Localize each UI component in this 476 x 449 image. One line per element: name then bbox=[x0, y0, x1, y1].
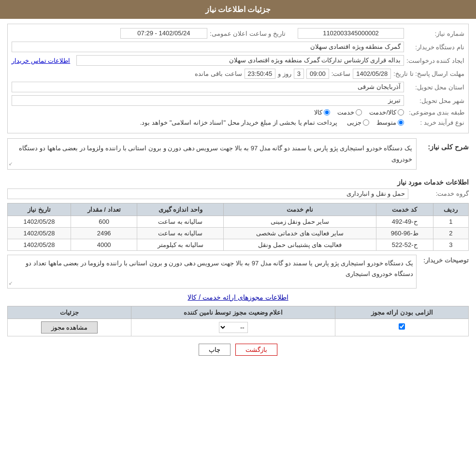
service-row-num: 3 bbox=[433, 239, 468, 250]
action-row: بازگشت چاپ bbox=[7, 344, 469, 356]
purchase-type-row: نوع فرآیند خرید : متوسط جزیی پرداخت تمام… bbox=[12, 119, 464, 126]
page-title: جزئیات اطلاعات نیاز bbox=[205, 5, 271, 14]
need-number-label: شماره نیاز: bbox=[406, 30, 464, 37]
buyer-notes-label: توصیحات خریدار: bbox=[420, 255, 469, 264]
back-button[interactable]: بازگشت bbox=[235, 344, 277, 356]
deadline-days-label: روز و bbox=[278, 70, 291, 77]
service-group-row: گروه خدمت: حمل و نقل و انبارداری bbox=[7, 188, 469, 199]
city-label: شهر محل تحویل: bbox=[406, 97, 464, 104]
service-table-row: 1 ح-49-492 سایر حمل ونقل زمینی سالیانه ب… bbox=[8, 216, 469, 227]
service-name: سایر فعالیت های خدماتی شخصی bbox=[224, 227, 376, 239]
announce-value: 1402/05/24 - 07:29 bbox=[120, 28, 207, 39]
main-content: شماره نیاز: 1102003345000002 تاریخ و ساع… bbox=[0, 19, 476, 368]
permit-row: -- مشاهده مجوز bbox=[8, 319, 469, 336]
permit-status-dropdown[interactable]: -- bbox=[219, 322, 248, 333]
purchase-type-radio-motavaset[interactable] bbox=[398, 119, 404, 126]
category-option-kala-khadamat[interactable]: کالا/خدمت bbox=[369, 109, 404, 116]
purchase-type-label-motavaset: متوسط bbox=[376, 119, 396, 126]
service-code: ح-52-522 bbox=[376, 239, 433, 250]
permit-details-cell: مشاهده مجوز bbox=[8, 319, 131, 336]
col-header-unit: واحد اندازه گیری bbox=[137, 203, 224, 216]
category-radio-kala[interactable] bbox=[324, 109, 330, 116]
service-date: 1402/05/28 bbox=[8, 239, 71, 250]
resize-icon-2: ↙ bbox=[9, 279, 13, 287]
category-option-kala[interactable]: کالا bbox=[314, 109, 330, 116]
permit-required-checkbox[interactable] bbox=[399, 323, 405, 330]
service-unit: سالیانه به کیلومتر bbox=[137, 239, 224, 250]
service-unit: سالیانه به ساعت bbox=[137, 216, 224, 227]
deadline-remaining-label: ساعت باقی مانده bbox=[195, 70, 242, 77]
announce-label: تاریخ و ساعت اعلان عمومی: bbox=[210, 30, 286, 37]
contact-link[interactable]: اطلاعات تماس خریدار bbox=[12, 57, 70, 64]
buyer-notes-box: یک دستگاه خودرو استیجاری پژو پارس یا سمن… bbox=[7, 255, 417, 289]
service-date: 1402/05/28 bbox=[8, 216, 71, 227]
resize-icon: ↙ bbox=[9, 159, 13, 168]
purchase-type-option-motavaset[interactable]: متوسط bbox=[376, 119, 404, 126]
category-label: طبقه بندی موضوعی: bbox=[406, 109, 464, 116]
need-number-row: شماره نیاز: 1102003345000002 تاریخ و ساع… bbox=[12, 28, 464, 39]
creator-value: بداله قراری کارشناس تدارکات گمرک منطقه و… bbox=[76, 55, 404, 66]
creator-row: ایجاد کننده درخواست: بداله قراری کارشناس… bbox=[12, 55, 464, 66]
purchase-type-radio-jozii[interactable] bbox=[363, 119, 369, 126]
service-unit: سالیانه به ساعت bbox=[137, 227, 224, 239]
buyer-notes-section: توصیحات خریدار: یک دستگاه خودرو استیجاری… bbox=[7, 255, 469, 289]
service-code: ح-49-492 bbox=[376, 216, 433, 227]
category-option-khadamat[interactable]: خدمت bbox=[337, 109, 362, 116]
service-row-num: 1 bbox=[433, 216, 468, 227]
service-code: ط-96-960 bbox=[376, 227, 433, 239]
buyer-notes-text: یک دستگاه خودرو استیجاری پژو پارس یا سمن… bbox=[26, 260, 413, 277]
col-header-name: نام خدمت bbox=[224, 203, 376, 216]
col-header-code: کد خدمت bbox=[376, 203, 433, 216]
need-description-text: یک دستگاه خودرو استیجاری پژو پارس یا سمن… bbox=[19, 145, 412, 163]
deadline-row: مهلت ارسال پاسخ: تا تاریخ: 1402/05/28 سا… bbox=[12, 69, 464, 79]
service-qty: 2496 bbox=[71, 227, 137, 239]
service-table-row: 2 ط-96-960 سایر فعالیت های خدماتی شخصی س… bbox=[8, 227, 469, 239]
col-header-date: تاریخ نیاز bbox=[8, 203, 71, 216]
purchase-type-option-jozii[interactable]: جزیی bbox=[347, 119, 369, 126]
service-table-row: 3 ح-52-522 فعالیت های پشتیبانی حمل ونقل … bbox=[8, 239, 469, 250]
service-date: 1402/05/28 bbox=[8, 227, 71, 239]
deadline-days: 3 bbox=[294, 69, 304, 79]
purchase-type-label-jozii: جزیی bbox=[347, 119, 361, 126]
service-name: فعالیت های پشتیبانی حمل ونقل bbox=[224, 239, 376, 250]
col-header-row: ردیف bbox=[433, 203, 468, 216]
buyer-row: نام دستگاه خریدار: گمرک منطقه ویژه اقتصا… bbox=[12, 42, 464, 52]
need-description-section: شرح کلی نیاز: یک دستگاه خودرو استیجاری پ… bbox=[7, 138, 469, 174]
permits-table: الزامی بودن ارائه مجوز اعلام وضعیت مجوز … bbox=[7, 306, 469, 336]
page-header: جزئیات اطلاعات نیاز bbox=[0, 0, 476, 19]
service-group-value: حمل و نقل و انبارداری bbox=[7, 188, 408, 199]
service-qty: 4000 bbox=[71, 239, 137, 250]
purchase-type-radio-group: متوسط جزیی bbox=[347, 119, 404, 126]
deadline-label: مهلت ارسال پاسخ: تا تاریخ: bbox=[393, 70, 464, 77]
service-name: سایر حمل ونقل زمینی bbox=[224, 216, 376, 227]
city-row: شهر محل تحویل: تبریز bbox=[12, 95, 464, 106]
province-label: استان محل تحویل: bbox=[406, 84, 464, 91]
category-radio-group: کالا/خدمت خدمت کالا bbox=[314, 109, 404, 116]
col-header-required: الزامی بودن ارائه مجوز bbox=[335, 306, 469, 319]
buyer-value: گمرک منطقه ویژه اقتصادی سهلان bbox=[12, 42, 404, 52]
category-row: طبقه بندی موضوعی: کالا/خدمت خدمت کالا bbox=[12, 109, 464, 116]
print-button[interactable]: چاپ bbox=[199, 344, 231, 356]
category-label-kala-khadamat: کالا/خدمت bbox=[369, 109, 396, 116]
permits-section-title[interactable]: اطلاعات مجوزهای ارائه خدمت / کالا bbox=[7, 293, 469, 301]
category-label-khadamat: خدمت bbox=[337, 109, 354, 116]
permit-required-cell bbox=[335, 319, 469, 336]
category-radio-khadamat[interactable] bbox=[356, 109, 362, 116]
purchase-type-label: نوع فرآیند خرید : bbox=[406, 119, 464, 126]
category-label-kala: کالا bbox=[314, 109, 322, 116]
category-radio-kala-khadamat[interactable] bbox=[398, 109, 404, 116]
province-value: آذربایجان شرقی bbox=[12, 82, 404, 92]
service-row-num: 2 bbox=[433, 227, 468, 239]
services-table: ردیف کد خدمت نام خدمت واحد اندازه گیری ت… bbox=[7, 203, 469, 251]
purchase-type-note: پرداخت تمام یا بخشی از مبلغ خریدار محل "… bbox=[140, 119, 337, 126]
deadline-date: 1402/05/28 bbox=[353, 69, 391, 79]
info-section: شماره نیاز: 1102003345000002 تاریخ و ساع… bbox=[7, 24, 469, 133]
col-header-qty: تعداد / مقدار bbox=[71, 203, 137, 216]
buyer-label: نام دستگاه خریدار: bbox=[406, 43, 464, 51]
province-row: استان محل تحویل: آذربایجان شرقی bbox=[12, 82, 464, 92]
need-description-label: شرح کلی نیاز: bbox=[420, 143, 469, 151]
need-number-value: 1102003345000002 bbox=[298, 28, 404, 39]
deadline-time: 09:00 bbox=[306, 69, 329, 79]
view-permit-button[interactable]: مشاهده مجوز bbox=[41, 321, 98, 333]
service-qty: 600 bbox=[71, 216, 137, 227]
